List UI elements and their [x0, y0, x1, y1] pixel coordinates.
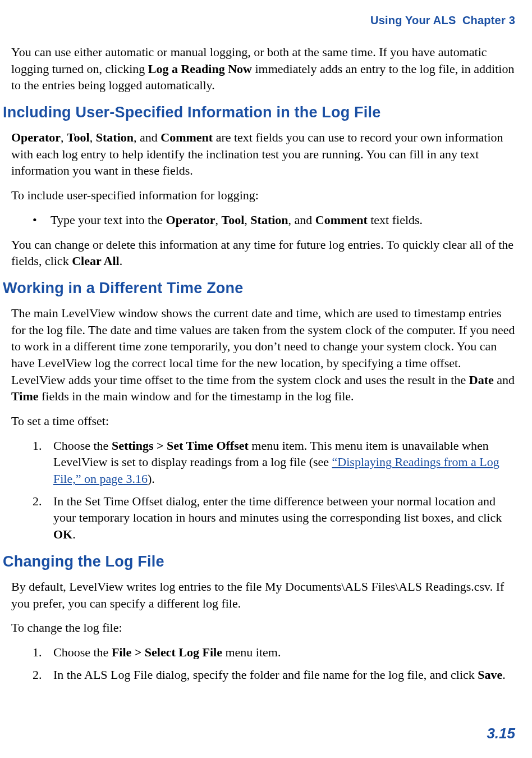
- bullet-text: Type your text into the Operator, Tool, …: [51, 212, 423, 229]
- list-item: Choose the File > Select Log File menu i…: [11, 644, 515, 661]
- heading-including-user-info: Including User-Specified Information in …: [3, 104, 515, 121]
- text: ,: [61, 130, 67, 144]
- label-menu-settings-set-time-offset: Settings > Set Time Offset: [112, 439, 249, 453]
- bullet-mark-icon: •: [33, 212, 51, 229]
- label-station: Station: [96, 130, 134, 144]
- text: menu item.: [222, 645, 281, 659]
- text: ,: [90, 130, 96, 144]
- label-station: Station: [250, 213, 288, 227]
- heading-changing-log-file: Changing the Log File: [3, 553, 515, 570]
- label-tool: Tool: [67, 130, 90, 144]
- text: .: [502, 668, 506, 682]
- label-log-reading-now: Log a Reading Now: [148, 62, 252, 76]
- label-save: Save: [478, 668, 502, 682]
- label-clear-all: Clear All: [72, 254, 120, 268]
- label-menu-file-select-log-file: File > Select Log File: [112, 645, 222, 659]
- list-item: In the Set Time Offset dialog, enter the…: [11, 493, 515, 543]
- paragraph: By default, LevelView writes log entries…: [11, 578, 515, 611]
- list-item: In the ALS Log File dialog, specify the …: [11, 666, 515, 683]
- text: text fields.: [368, 213, 423, 227]
- paragraph: The main LevelView window shows the curr…: [11, 305, 515, 405]
- text: Type your text into the: [51, 213, 166, 227]
- paragraph: To set a time offset:: [11, 413, 515, 430]
- paragraph: Operator, Tool, Station, and Comment are…: [11, 129, 515, 179]
- label-comment: Comment: [160, 130, 213, 144]
- label-operator: Operator: [166, 213, 215, 227]
- label-ok: OK: [53, 527, 72, 541]
- text: Choose the: [53, 439, 112, 453]
- list-item: Choose the Settings > Set Time Offset me…: [11, 437, 515, 487]
- page-number: 3.15: [487, 725, 515, 742]
- running-header: Using Your ALS Chapter 3: [11, 14, 515, 27]
- text: .: [72, 527, 76, 541]
- label-tool: Tool: [222, 213, 245, 227]
- paragraph: You can change or delete this informatio…: [11, 236, 515, 270]
- text: , and: [134, 130, 160, 144]
- text: and: [494, 373, 515, 387]
- text: The main LevelView window shows the curr…: [11, 306, 515, 387]
- ordered-list: Choose the File > Select Log File menu i…: [11, 644, 515, 683]
- label-date: Date: [469, 373, 494, 387]
- text: fields in the main window and for the ti…: [38, 389, 354, 403]
- label-comment: Comment: [315, 213, 368, 227]
- text: .: [120, 254, 123, 268]
- paragraph: To change the log file:: [11, 619, 515, 636]
- label-time: Time: [11, 389, 38, 403]
- text: ,: [215, 213, 222, 227]
- text: ,: [244, 213, 250, 227]
- text: , and: [288, 213, 315, 227]
- intro-paragraph: You can use either automatic or manual l…: [11, 44, 515, 94]
- text: Choose the: [53, 645, 112, 659]
- paragraph: To include user-specified information fo…: [11, 187, 515, 204]
- label-operator: Operator: [11, 130, 61, 144]
- heading-time-zone: Working in a Different Time Zone: [3, 280, 515, 297]
- text: ).: [148, 472, 155, 486]
- text: In the Set Time Offset dialog, enter the…: [53, 494, 502, 525]
- ordered-list: Choose the Settings > Set Time Offset me…: [11, 437, 515, 543]
- text: In the ALS Log File dialog, specify the …: [53, 668, 478, 682]
- bullet-item: • Type your text into the Operator, Tool…: [33, 212, 515, 229]
